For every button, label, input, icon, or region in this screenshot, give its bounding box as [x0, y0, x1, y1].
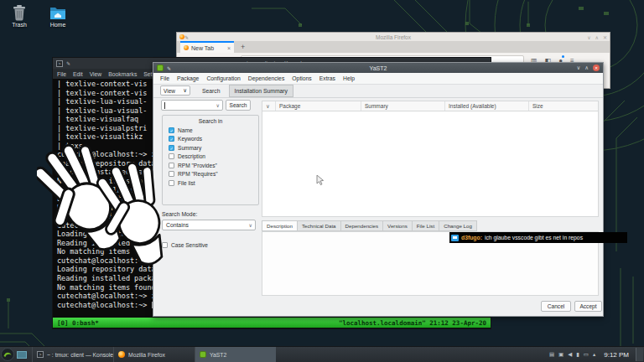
- menu-view[interactable]: View: [90, 71, 102, 77]
- desktop-icon-trash[interactable]: Trash: [5, 4, 34, 28]
- minimize-icon[interactable]: ∨: [576, 65, 580, 71]
- tab-label: New Tab: [191, 45, 214, 51]
- taskbar: > ~ : tmux: client — Konsole Mozilla Fir…: [0, 346, 644, 362]
- chat-overlay: d3fugo: ich glaube vsscode gibt es net i…: [449, 232, 627, 243]
- accept-button[interactable]: Accept: [574, 301, 602, 312]
- view-dropdown[interactable]: View∨: [160, 85, 190, 96]
- yast-app-icon: [200, 351, 206, 358]
- yast2-window-title: YaST2: [153, 65, 603, 71]
- chat-username: d3fugo:: [461, 235, 482, 240]
- menu-file[interactable]: File: [160, 75, 169, 81]
- battery-icon[interactable]: ▮: [576, 351, 579, 358]
- tmux-statusbar: [0] 0:bash* "localhost.localdomain" 21:1…: [53, 318, 491, 328]
- minimize-icon[interactable]: ∨: [587, 34, 590, 40]
- close-tab-icon[interactable]: ×: [227, 45, 231, 51]
- menu-options[interactable]: Options: [292, 75, 311, 81]
- tab-description[interactable]: Description: [262, 220, 298, 231]
- volume-icon[interactable]: ◀: [568, 351, 572, 358]
- new-tab-button[interactable]: +: [241, 43, 245, 51]
- column-size[interactable]: Size: [529, 101, 598, 111]
- desktop-icon-home[interactable]: Home: [44, 4, 72, 28]
- search-button[interactable]: Search: [226, 100, 251, 111]
- desktop-icon-label: Home: [44, 22, 72, 28]
- tab-search[interactable]: Search: [202, 88, 221, 94]
- taskbar-item-yast2[interactable]: YaST2: [195, 347, 276, 362]
- application-launcher[interactable]: [1, 348, 14, 361]
- close-icon[interactable]: ✕: [603, 34, 607, 40]
- menu-extras[interactable]: Extras: [319, 75, 335, 81]
- chevron-down-icon: ∨: [249, 222, 252, 228]
- desktop-icon-label: Trash: [5, 22, 34, 28]
- detail-tabbar: Description Technical Data Dependencies …: [262, 220, 477, 231]
- chevron-down-icon: ∨: [216, 102, 220, 108]
- package-search-combo[interactable]: ∨: [161, 100, 223, 111]
- expand-tray-icon[interactable]: ▴: [593, 351, 595, 358]
- tmux-session-info: [0] 0:bash*: [57, 319, 99, 327]
- firefox-tabbar: New Tab × +: [177, 41, 610, 54]
- system-tray: ▤ ▣ ◀ ▮ ▭ ▴: [549, 351, 595, 358]
- chevron-down-icon: ∨: [183, 87, 187, 94]
- close-icon[interactable]: ✕: [593, 65, 600, 71]
- yast2-window: ✎ YaST2 ∨ ∧ ✕ File Package Configuration…: [153, 62, 604, 317]
- mouse-cursor: [316, 175, 325, 186]
- column-installed[interactable]: Installed (Available): [445, 101, 529, 111]
- tab-file-list[interactable]: File List: [413, 220, 439, 231]
- network-icon[interactable]: ▤: [549, 351, 554, 358]
- home-folder-icon: [49, 4, 66, 21]
- menu-package[interactable]: Package: [177, 75, 199, 81]
- yast2-menubar: File Package Configuration Dependencies …: [153, 73, 603, 85]
- yast2-filter-row: View∨ Search Installation Summary: [153, 84, 603, 98]
- desktop: Trash Home ✎ Mozilla Firefox ∨ ∧ ✕ New T…: [0, 0, 644, 362]
- package-table-header[interactable]: ∨ Package Summary Installed (Available) …: [262, 101, 599, 111]
- menu-edit[interactable]: Edit: [73, 71, 83, 77]
- konsole-app-icon: >: [37, 351, 44, 358]
- yast2-titlebar[interactable]: ✎ YaST2 ∨ ∧ ✕: [153, 63, 603, 73]
- menu-help[interactable]: Help: [343, 75, 355, 81]
- tab-new-tab[interactable]: New Tab ×: [180, 41, 234, 53]
- tab-change-log[interactable]: Change Log: [439, 220, 477, 231]
- firefox-app-icon: [118, 351, 125, 358]
- maximize-icon[interactable]: ∧: [584, 65, 589, 71]
- tab-versions[interactable]: Versions: [383, 220, 413, 231]
- clock[interactable]: 9:12 PM: [604, 351, 629, 359]
- column-package[interactable]: Package: [276, 101, 361, 111]
- tab-installation-summary[interactable]: Installation Summary: [229, 85, 293, 97]
- package-table-body[interactable]: [262, 111, 599, 217]
- firefox-titlebar[interactable]: ✎ Mozilla Firefox ∨ ∧ ✕: [177, 33, 610, 41]
- chevron-down-icon[interactable]: ∨: [262, 101, 276, 111]
- virtual-desktop-pager[interactable]: [17, 351, 27, 359]
- twitch-icon: [451, 235, 459, 241]
- column-summary[interactable]: Summary: [361, 101, 445, 111]
- menu-configuration[interactable]: Configuration: [206, 75, 240, 81]
- clipboard-icon[interactable]: ▣: [558, 351, 564, 358]
- menu-dependencies[interactable]: Dependencies: [248, 75, 284, 81]
- tmux-host-clock: "localhost.localdomain" 21:12 23-Apr-20: [339, 319, 486, 327]
- show-desktop-button[interactable]: [636, 348, 643, 361]
- text-caret: [164, 102, 165, 109]
- tab-technical-data[interactable]: Technical Data: [298, 220, 341, 231]
- cancel-button[interactable]: Cancel: [541, 301, 571, 312]
- taskbar-item-konsole[interactable]: > ~ : tmux: client — Konsole: [32, 347, 113, 362]
- chat-message: ich glaube vsscode gibt es net in repos: [485, 235, 583, 240]
- display-icon[interactable]: ▭: [584, 351, 589, 358]
- tab-favicon: [184, 45, 189, 50]
- menu-file[interactable]: File: [57, 71, 66, 77]
- maximize-icon[interactable]: ∧: [595, 34, 599, 40]
- firefox-window-title: Mozilla Firefox: [177, 34, 610, 40]
- trash-icon: [12, 4, 27, 21]
- menu-bookmarks[interactable]: Bookmarks: [108, 71, 137, 77]
- clapping-hands-icon: [37, 120, 205, 269]
- tab-dependencies[interactable]: Dependencies: [341, 220, 384, 231]
- taskbar-item-firefox[interactable]: Mozilla Firefox: [113, 347, 195, 362]
